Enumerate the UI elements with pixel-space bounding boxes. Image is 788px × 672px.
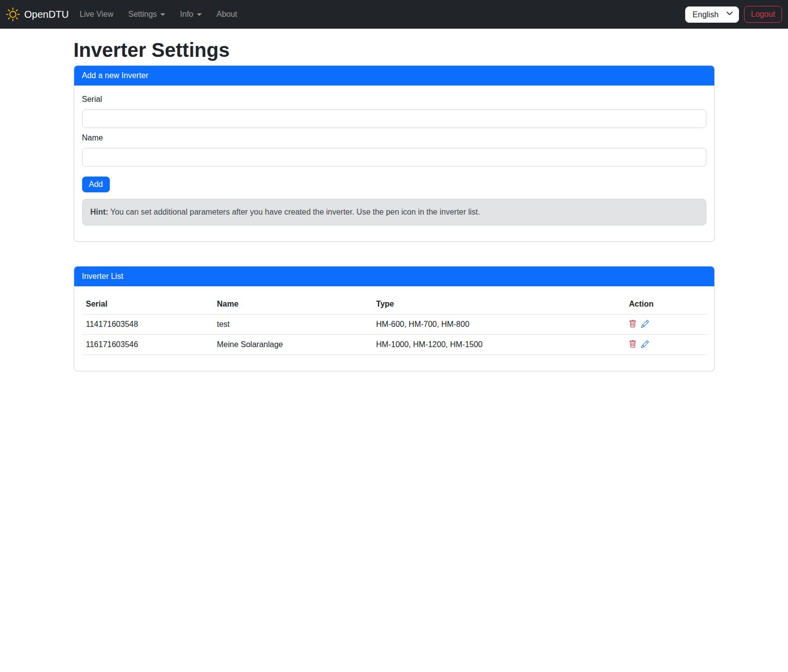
navbar-right: English Logout [685,6,782,23]
cell-serial: 114171603548 [82,314,213,335]
table-row: 114171603548 test HM-600, HM-700, HM-800 [82,314,706,335]
table-header-row: Serial Name Type Action [82,294,706,314]
pencil-icon [641,320,649,329]
cell-type: HM-1000, HM-1200, HM-1500 [372,335,625,355]
cell-action [625,335,706,355]
nav-settings-label: Settings [128,10,157,18]
trash-icon [629,320,637,329]
add-inverter-card-body: Serial Name Add Hint: You can set additi… [74,86,714,241]
column-header-name: Name [213,294,372,314]
cell-serial: 116171603546 [82,335,213,355]
cell-name: Meine Solaranlage [213,335,372,355]
name-label: Name [82,132,706,144]
page-title: Inverter Settings [74,38,715,62]
edit-inverter-button[interactable] [641,340,649,350]
nav-about[interactable]: About [213,4,241,24]
cell-action [625,314,706,335]
column-header-action: Action [625,294,706,314]
column-header-type: Type [372,294,625,314]
serial-label: Serial [82,93,706,105]
inverter-list-card-header: Inverter List [74,267,714,286]
nav-links: Live View Settings Info About [76,4,248,24]
cell-name: test [213,314,372,335]
add-inverter-card-header: Add a new Inverter [74,66,714,86]
cell-type: HM-600, HM-700, HM-800 [372,314,625,335]
hint-alert: Hint: You can set additional parameters … [82,199,706,225]
nav-live-view[interactable]: Live View [76,4,117,24]
sun-icon [6,7,20,21]
chevron-down-icon [160,13,165,16]
hint-text: You can set additional parameters after … [108,208,480,216]
table-row: 116171603546 Meine Solaranlage HM-1000, … [82,335,706,355]
add-button[interactable]: Add [82,177,110,192]
brand-link[interactable]: OpenDTU [6,7,69,22]
nav-info[interactable]: Info [176,4,206,24]
nav-info-label: Info [180,10,193,18]
column-header-serial: Serial [82,294,213,314]
hint-bold: Hint: [91,208,108,216]
inverter-table: Serial Name Type Action 114171603548 tes… [82,294,706,355]
name-input[interactable] [82,148,706,167]
delete-inverter-button[interactable] [629,340,637,350]
inverter-list-card: Inverter List Serial Name Type Action 11… [74,266,715,371]
delete-inverter-button[interactable] [629,320,637,329]
serial-input[interactable] [82,109,706,128]
edit-inverter-button[interactable] [641,320,649,329]
brand-label: OpenDTU [24,7,69,22]
add-inverter-card: Add a new Inverter Serial Name Add Hint:… [74,65,715,242]
nav-settings[interactable]: Settings [124,4,169,24]
trash-icon [629,340,637,350]
language-select-wrap: English [685,6,739,23]
logout-button[interactable]: Logout [744,6,782,23]
pencil-icon [641,340,649,350]
inverter-list-card-body: Serial Name Type Action 114171603548 tes… [74,286,714,371]
chevron-down-icon [197,13,202,16]
main-content: Inverter Settings Add a new Inverter Ser… [68,38,721,371]
navbar: OpenDTU Live View Settings Info About En… [0,0,788,29]
language-select[interactable]: English [685,6,739,23]
